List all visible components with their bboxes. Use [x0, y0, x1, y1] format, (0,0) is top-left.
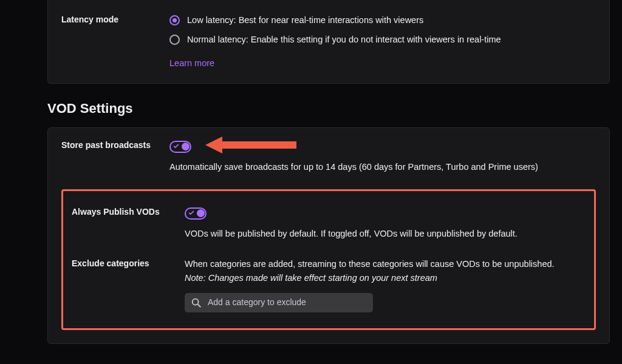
exclude-category-input[interactable]: Add a category to exclude — [185, 293, 373, 312]
exclude-categories-label: Exclude categories — [72, 257, 185, 268]
exclude-placeholder: Add a category to exclude — [208, 296, 306, 309]
latency-label: Latency mode — [61, 13, 169, 24]
latency-learn-more-link[interactable]: Learn more — [169, 56, 214, 70]
latency-low-text: Low latency: Best for near real-time int… — [187, 13, 423, 27]
always-publish-toggle[interactable] — [185, 207, 207, 220]
radio-unselected-icon — [169, 35, 180, 45]
latency-low-option[interactable]: Low latency: Best for near real-time int… — [169, 13, 596, 27]
vod-settings-panel: Store past broadcasts Automatically save… — [47, 127, 610, 344]
store-past-toggle[interactable] — [169, 141, 191, 153]
toggle-knob-icon — [197, 209, 205, 217]
check-icon — [188, 210, 194, 216]
store-past-desc: Automatically save broadcasts for up to … — [169, 160, 596, 174]
store-past-label: Store past broadcasts — [61, 139, 169, 150]
latency-normal-text: Normal latency: Enable this setting if y… — [187, 33, 501, 46]
vod-settings-heading: VOD Settings — [47, 101, 610, 116]
latency-panel: Latency mode Low latency: Best for near … — [47, 0, 610, 84]
toggle-knob-icon — [182, 143, 190, 150]
search-icon — [191, 297, 202, 308]
radio-selected-icon — [169, 15, 180, 25]
latency-normal-option[interactable]: Normal latency: Enable this setting if y… — [169, 33, 596, 46]
always-publish-label: Always Publish VODs — [72, 206, 185, 217]
svg-line-1 — [198, 305, 200, 307]
exclude-desc-2: Note: Changes made will take effect star… — [185, 271, 582, 285]
check-icon — [173, 143, 179, 149]
highlight-box: Always Publish VODs VODs will be publish… — [61, 189, 596, 330]
exclude-desc-1: When categories are added, streaming to … — [185, 257, 582, 271]
always-publish-desc: VODs will be published by default. If to… — [185, 227, 582, 240]
